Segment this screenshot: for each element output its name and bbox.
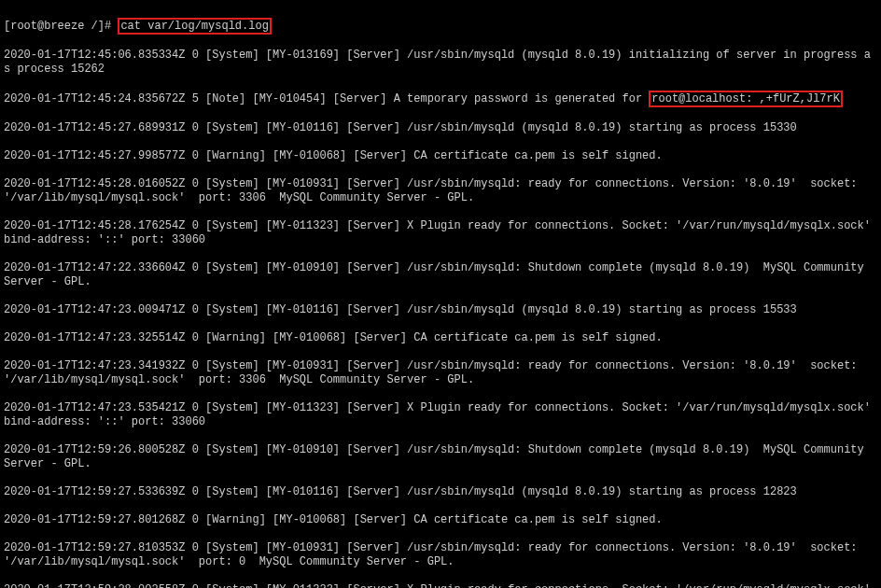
temp-password-prefix: 2020-01-17T12:45:24.835672Z 5 [Note] [MY… bbox=[4, 92, 649, 105]
log-line: 2020-01-17T12:47:23.535421Z 0 [System] [… bbox=[4, 401, 877, 429]
log-line: 2020-01-17T12:59:27.810353Z 0 [System] [… bbox=[4, 541, 877, 569]
log-line: 2020-01-17T12:59:27.801268Z 0 [Warning] … bbox=[4, 513, 877, 527]
log-line: 2020-01-17T12:59:26.800528Z 0 [System] [… bbox=[4, 443, 877, 471]
terminal-output[interactable]: [root@breeze /]# cat var/log/mysqld.log … bbox=[0, 0, 881, 588]
log-line: 2020-01-17T12:59:27.533639Z 0 [System] [… bbox=[4, 485, 877, 499]
log-line: 2020-01-17T12:45:27.689931Z 0 [System] [… bbox=[4, 121, 877, 135]
log-line: 2020-01-17T12:47:23.325514Z 0 [Warning] … bbox=[4, 331, 877, 345]
temp-password-highlight-box: root@localhost: ,+fUrZ,Jl7rK bbox=[649, 91, 843, 107]
log-line: 2020-01-17T12:47:23.341932Z 0 [System] [… bbox=[4, 359, 877, 387]
log-line: 2020-01-17T12:45:28.016052Z 0 [System] [… bbox=[4, 177, 877, 205]
command-highlight-box: cat var/log/mysqld.log bbox=[118, 18, 271, 35]
shell-prompt: [root@breeze /]# bbox=[4, 20, 118, 33]
log-line: 2020-01-17T12:45:27.998577Z 0 [Warning] … bbox=[4, 149, 877, 163]
prompt-line-1: [root@breeze /]# cat var/log/mysqld.log bbox=[4, 18, 877, 35]
log-line: 2020-01-17T12:45:06.835334Z 0 [System] [… bbox=[4, 49, 877, 77]
log-line: 2020-01-17T12:45:28.176254Z 0 [System] [… bbox=[4, 219, 877, 247]
log-line: 2020-01-17T12:59:28.002558Z 0 [System] [… bbox=[4, 583, 877, 588]
log-line: 2020-01-17T12:47:22.336604Z 0 [System] [… bbox=[4, 261, 877, 289]
log-line: 2020-01-17T12:47:23.009471Z 0 [System] [… bbox=[4, 303, 877, 317]
temp-password-line: 2020-01-17T12:45:24.835672Z 5 [Note] [MY… bbox=[4, 91, 877, 107]
